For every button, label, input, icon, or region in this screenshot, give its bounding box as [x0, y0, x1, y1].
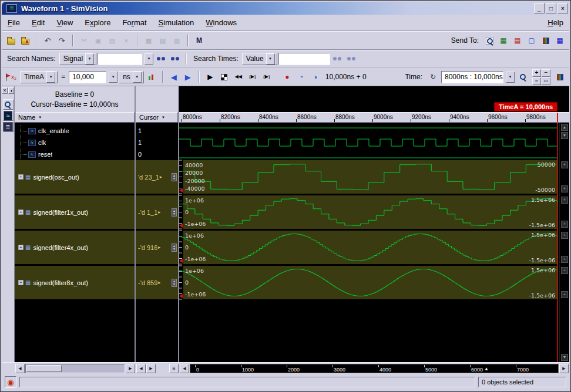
overview-left-button[interactable]: ◀	[180, 364, 189, 373]
page-right-button[interactable]: ▶	[146, 364, 156, 373]
band-pan-icon[interactable]: +	[561, 267, 568, 274]
waveform-canvas[interactable]: 4000020000-20000-4000050000-500001e+060-…	[179, 123, 559, 362]
overview-right-button[interactable]: ▶	[559, 364, 569, 373]
save-database-button[interactable]	[19, 34, 32, 47]
undo-button[interactable]: ↶	[41, 34, 54, 47]
search-name-forward-button[interactable]	[169, 52, 182, 65]
menu-file[interactable]: File	[8, 18, 20, 27]
chevron-down-icon[interactable]: ▼	[85, 53, 94, 65]
send-to-waveform-button[interactable]: ▦	[497, 34, 510, 47]
pane-menu-button[interactable]: ◑	[8, 87, 14, 94]
search-time-backward-button[interactable]	[331, 52, 344, 65]
time-ruler[interactable]: 8000ns8200ns8400ns8600ns8800ns9000ns9200…	[179, 112, 569, 123]
redo-button[interactable]: ↷	[55, 34, 68, 47]
menu-windows[interactable]: Windows	[206, 18, 237, 27]
previous-transition-button[interactable]: ◀	[167, 70, 180, 83]
send-to-calculator-button[interactable]: ▦	[553, 34, 566, 47]
cpu-time-icon[interactable]: ◔	[295, 70, 308, 83]
cursor-column-header[interactable]: Cursor ▼	[136, 112, 178, 123]
waveform-svg[interactable]: 4000020000-20000-4000050000-500001e+060-…	[179, 123, 559, 362]
menu-edit[interactable]: Edit	[32, 18, 45, 27]
signal-pane-button[interactable]: ≣	[3, 121, 14, 132]
send-to-schematic-button[interactable]: ▢	[525, 34, 538, 47]
zoom-out-button[interactable]: −	[542, 69, 550, 77]
list-menu-button[interactable]: ≣	[169, 364, 179, 373]
expander-icon[interactable]: +	[18, 245, 23, 250]
time-unit-select[interactable]: ns ▼	[119, 71, 144, 83]
signal-row[interactable]: ≈clk_enable	[15, 125, 135, 137]
chevron-down-icon[interactable]: ▼	[145, 53, 153, 65]
maximize-button[interactable]: □	[546, 3, 556, 13]
pane-close-button[interactable]: ×	[2, 87, 8, 94]
time-range-value[interactable]: 8000ns : 10,000ns	[441, 71, 503, 83]
run-to-time-button[interactable]	[218, 70, 231, 83]
waveform-pane-button[interactable]: ≈	[3, 110, 14, 121]
cursor-select[interactable]: TimeA ▼	[20, 71, 58, 83]
ungroup-button[interactable]: ▧	[156, 34, 169, 47]
value-spinner[interactable]: ▲▼	[172, 279, 177, 287]
chevron-down-icon[interactable]: ▼	[109, 72, 117, 83]
chevron-down-icon[interactable]: ▼	[506, 72, 515, 83]
zoom-fit-button[interactable]: =	[532, 77, 541, 85]
chevron-down-icon[interactable]: ▼	[46, 72, 55, 83]
expander-icon[interactable]: +	[18, 280, 23, 285]
step-button[interactable]: {▶}	[246, 70, 259, 83]
page-left-button[interactable]: ◀	[136, 364, 146, 373]
menu-help[interactable]: Help	[548, 18, 563, 27]
next-transition-button[interactable]: ▶	[182, 70, 194, 83]
cursor-marker-button[interactable]: x₂	[5, 70, 19, 83]
close-button[interactable]: ×	[557, 3, 568, 13]
menu-simulation[interactable]: Simulation	[159, 18, 194, 27]
search-names-input[interactable]	[98, 53, 142, 65]
menu-view[interactable]: View	[56, 18, 73, 27]
mixed-signal-button[interactable]	[553, 70, 566, 83]
search-pane-button[interactable]	[3, 99, 14, 110]
sim-time-icon[interactable]: ◑	[309, 70, 322, 83]
gutter-scroll-up-icon[interactable]: ▲	[561, 124, 568, 131]
send-to-source-button[interactable]: ▤	[511, 34, 524, 47]
delete-button[interactable]: ×	[120, 34, 133, 47]
chevron-down-icon[interactable]: ▼	[266, 53, 275, 65]
band-pan-icon[interactable]: +	[561, 232, 568, 239]
expander-icon[interactable]: +	[18, 209, 23, 215]
zoom-region-button[interactable]: ▭	[542, 77, 550, 85]
stop-button[interactable]: ●	[281, 70, 294, 83]
copy-button[interactable]: ▣	[92, 34, 105, 47]
signal-row[interactable]: +▦signed(osc_out)	[15, 160, 135, 195]
send-to-memory-button[interactable]	[539, 34, 552, 47]
scroll-left-button[interactable]: ◀	[15, 364, 25, 373]
signal-row[interactable]: ≈reset	[15, 148, 135, 160]
timea-cursor-label[interactable]: TimeA = 10,000ns	[494, 102, 557, 111]
name-panel-scrollbar[interactable]: ◀ ▶	[15, 363, 136, 374]
search-times-input[interactable]	[278, 53, 330, 65]
search-times-type-select[interactable]: Value ▼	[242, 53, 277, 65]
search-time-forward-button[interactable]	[345, 52, 358, 65]
send-to-target-button[interactable]	[483, 34, 496, 47]
band-pan-icon[interactable]: +	[561, 161, 568, 168]
scroll-right-button[interactable]: ▶	[126, 364, 135, 373]
chevron-down-icon[interactable]: ▼	[133, 72, 142, 83]
search-name-backward-button[interactable]	[154, 52, 167, 65]
signal-row[interactable]: ≈clk	[15, 137, 135, 148]
zoom-in-button[interactable]: +	[532, 69, 541, 77]
overview-ruler[interactable]: 01000200030004000500060007000▲	[190, 364, 559, 373]
paste-button[interactable]: ▤	[106, 34, 119, 47]
signal-row[interactable]: +▦signed(filter4x_out)	[15, 231, 135, 266]
scrollbar-track[interactable]	[25, 364, 125, 373]
menu-format[interactable]: Format	[122, 18, 146, 27]
band-pan-icon[interactable]: +	[561, 197, 568, 204]
search-names-button[interactable]: M	[193, 34, 206, 47]
time-options-button[interactable]: ↻	[426, 70, 439, 83]
value-spinner[interactable]: ▲▼	[172, 208, 177, 217]
cursor-time-value[interactable]: 10,000	[69, 71, 106, 83]
value-spinner[interactable]: ▲▼	[172, 244, 177, 252]
gutter-scroll-bottom-icon[interactable]: ▼	[561, 354, 568, 361]
next-statement-button[interactable]: {▶}	[260, 70, 273, 83]
open-database-button[interactable]	[5, 34, 18, 47]
run-button[interactable]: ▶	[204, 70, 217, 83]
titlebar[interactable]: ≋ Waveform 1 - SimVision _ □ ×	[2, 2, 569, 15]
simulator-status-icon[interactable]: ◉	[5, 376, 16, 388]
gutter-scroll-down-icon[interactable]: ▼	[561, 132, 568, 139]
signal-row[interactable]: +▦signed(filter8x_out)	[15, 266, 135, 301]
cut-button[interactable]: ✂	[78, 34, 90, 47]
